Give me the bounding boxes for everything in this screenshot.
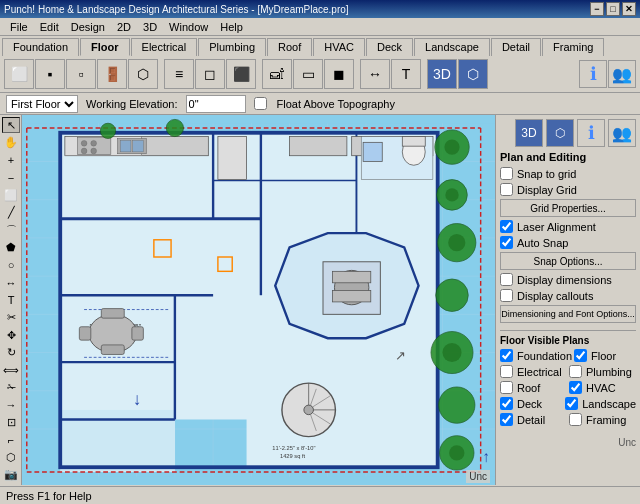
hvac-label: HVAC [586, 382, 616, 394]
tool-3d-lft[interactable]: ⬡ [2, 449, 20, 465]
tool-fillet[interactable]: ⌐ [2, 432, 20, 448]
foundation-checkbox[interactable] [500, 349, 513, 362]
tool-circle-lft[interactable]: ○ [2, 257, 20, 273]
working-elevation-label: Working Elevation: [86, 98, 178, 110]
tool-select[interactable]: ↖ [2, 117, 20, 133]
auto-snap-checkbox[interactable] [500, 236, 513, 249]
tool-arc[interactable]: ⌒ [2, 222, 20, 239]
tool-text-lft[interactable]: T [2, 292, 20, 308]
tool-measure-lft[interactable]: ↔ [2, 275, 20, 291]
menu-file[interactable]: File [4, 20, 34, 34]
tool-offset[interactable]: ⊡ [2, 414, 20, 430]
tool-persons[interactable]: 👥 [608, 60, 636, 88]
living-octagon [275, 233, 418, 338]
tool-appliance[interactable]: ◼ [324, 59, 354, 89]
plumbing-checkbox[interactable] [569, 365, 582, 378]
close-button[interactable]: ✕ [622, 2, 636, 16]
left-toolbar: ↖ ✋ + − ⬜ ╱ ⌒ ⬟ ○ ↔ T ✂ ✥ ↻ ⟺ ✁ → ⊡ ⌐ ⬡ … [0, 115, 22, 485]
tab-hvac[interactable]: HVAC [313, 38, 365, 56]
display-dimensions-checkbox[interactable] [500, 273, 513, 286]
tab-detail[interactable]: Detail [491, 38, 541, 56]
menu-window[interactable]: Window [163, 20, 214, 34]
framing-plan: Framing [569, 413, 636, 426]
tool-camera-lft[interactable]: 📷 [2, 467, 20, 483]
laser-alignment-checkbox[interactable] [500, 220, 513, 233]
tool-wall[interactable]: ⬜ [4, 59, 34, 89]
grid-properties-btn[interactable]: Grid Properties... [500, 199, 636, 217]
down-arrow: ↓ [133, 389, 142, 409]
menu-help[interactable]: Help [214, 20, 249, 34]
canvas-area[interactable]: 11'-3.5" x 9'-4.75" 106 sq ft [22, 115, 495, 485]
tool-rotate[interactable]: ↻ [2, 344, 20, 360]
panel-info-icon[interactable]: ℹ [577, 119, 605, 147]
floor-plan-svg[interactable]: 11'-3.5" x 9'-4.75" 106 sq ft [22, 115, 495, 485]
panel-3d-icon[interactable]: 3D [515, 119, 543, 147]
bathroom-top [361, 137, 433, 180]
menu-edit[interactable]: Edit [34, 20, 65, 34]
display-callouts-checkbox[interactable] [500, 289, 513, 302]
display-grid-checkbox[interactable] [500, 183, 513, 196]
electrical-checkbox[interactable] [500, 365, 513, 378]
floor-select[interactable]: First Floor [6, 95, 78, 113]
menu-design[interactable]: Design [65, 20, 111, 34]
stair-sqft: 1429 sq ft [280, 453, 306, 459]
tool-3d-2[interactable]: ⬡ [458, 59, 488, 89]
snap-options-btn[interactable]: Snap Options... [500, 252, 636, 270]
framing-checkbox[interactable] [569, 413, 582, 426]
right-panel: 3D ⬡ ℹ 👥 Plan and Editing Snap to grid D… [495, 115, 640, 485]
menu-3d[interactable]: 3D [137, 20, 163, 34]
hvac-checkbox[interactable] [569, 381, 582, 394]
tab-roof[interactable]: Roof [267, 38, 312, 56]
tab-floor[interactable]: Floor [80, 38, 130, 56]
working-elevation-input[interactable] [186, 95, 246, 113]
deck-checkbox[interactable] [500, 397, 513, 410]
tab-framing[interactable]: Framing [542, 38, 604, 56]
snap-to-grid-checkbox[interactable] [500, 167, 513, 180]
tool-mirror[interactable]: ⟺ [2, 362, 20, 378]
tab-deck[interactable]: Deck [366, 38, 413, 56]
tool-zoom[interactable]: + [2, 152, 20, 168]
float-checkbox[interactable] [254, 97, 267, 110]
panel-people-icon[interactable]: 👥 [608, 119, 636, 147]
detail-plan: Detail [500, 413, 567, 426]
roof-checkbox[interactable] [500, 381, 513, 394]
statusbar: Press F1 for Help [0, 486, 640, 504]
tool-trim[interactable]: ✁ [2, 379, 20, 395]
titlebar: Punch! Home & Landscape Design Architect… [0, 0, 640, 18]
landscape-plan: Landscape [565, 397, 636, 410]
tool-extend[interactable]: → [2, 397, 20, 413]
tab-plumbing[interactable]: Plumbing [198, 38, 266, 56]
tool-window[interactable]: ⬡ [128, 59, 158, 89]
detail-checkbox[interactable] [500, 413, 513, 426]
plans-row-3: Roof HVAC [500, 381, 636, 397]
panel-3d-2[interactable]: ⬡ [546, 119, 574, 147]
tool-dimension[interactable]: ↔ [360, 59, 390, 89]
tool-move[interactable]: ✥ [2, 327, 20, 343]
tool-cabinet[interactable]: ▭ [293, 59, 323, 89]
tab-landscape[interactable]: Landscape [414, 38, 490, 56]
tool-line[interactable]: ╱ [2, 204, 20, 220]
tool-room[interactable]: ⬛ [226, 59, 256, 89]
tool-interior-wall[interactable]: ▫ [66, 59, 96, 89]
minimize-button[interactable]: − [590, 2, 604, 16]
tool-polygon-lft[interactable]: ⬟ [2, 240, 20, 256]
menu-2d[interactable]: 2D [111, 20, 137, 34]
floor-plan-checkbox[interactable] [574, 349, 587, 362]
tool-pan[interactable]: ✋ [2, 134, 20, 150]
tool-eraser[interactable]: ✂ [2, 310, 20, 326]
tool-info[interactable]: ℹ [579, 60, 607, 88]
tool-stairs[interactable]: ≡ [164, 59, 194, 89]
tool-3d-1[interactable]: 3D [427, 59, 457, 89]
maximize-button[interactable]: □ [606, 2, 620, 16]
tool-zoom-out[interactable]: − [2, 169, 20, 185]
tool-opening[interactable]: ◻ [195, 59, 225, 89]
tab-electrical[interactable]: Electrical [131, 38, 198, 56]
landscape-checkbox[interactable] [565, 397, 578, 410]
tool-exterior-wall[interactable]: ▪ [35, 59, 65, 89]
tool-draw-wall[interactable]: ⬜ [2, 187, 20, 203]
dim-font-btn[interactable]: Dimensioning and Font Options... [500, 305, 636, 323]
tool-text[interactable]: T [391, 59, 421, 89]
tool-furniture[interactable]: 🛋 [262, 59, 292, 89]
tool-door[interactable]: 🚪 [97, 59, 127, 89]
tab-foundation[interactable]: Foundation [2, 38, 79, 56]
